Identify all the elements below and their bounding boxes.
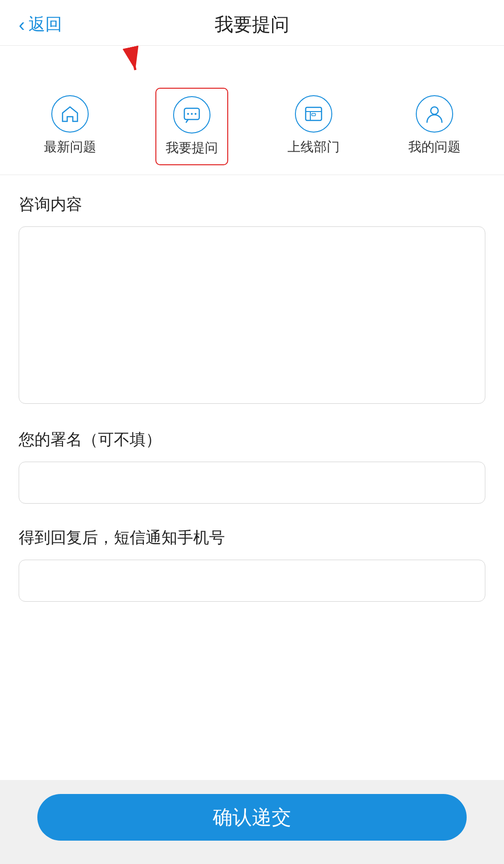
svg-point-10 <box>431 107 438 114</box>
name-section: 您的署名（可不填） <box>19 429 485 504</box>
home-icon <box>51 95 89 133</box>
tab-ask[interactable]: 我要提问 <box>155 88 228 165</box>
content-section: 咨询内容 <box>19 194 485 406</box>
svg-point-5 <box>195 113 196 115</box>
tab-latest[interactable]: 最新问题 <box>35 88 105 165</box>
tab-ask-label: 我要提问 <box>166 139 218 157</box>
name-label: 您的署名（可不填） <box>19 429 485 450</box>
page-title: 我要提问 <box>215 12 289 37</box>
back-label: 返回 <box>28 13 62 36</box>
svg-rect-6 <box>306 107 322 120</box>
user-icon <box>416 95 453 133</box>
content-textarea[interactable] <box>19 226 485 404</box>
arrow-indicator-icon <box>121 46 149 74</box>
tab-myq[interactable]: 我的问题 <box>399 88 470 165</box>
phone-section: 得到回复后，短信通知手机号 <box>19 527 485 602</box>
svg-point-4 <box>191 113 193 115</box>
chat-icon <box>173 96 210 133</box>
svg-point-3 <box>187 113 189 115</box>
nav-tabs: 最新问题 我要提问 上线部门 <box>0 74 504 175</box>
tab-dept-label: 上线部门 <box>287 138 340 156</box>
tab-dept[interactable]: 上线部门 <box>278 88 349 165</box>
tab-myq-label: 我的问题 <box>408 138 461 156</box>
phone-label: 得到回复后，短信通知手机号 <box>19 527 485 548</box>
svg-line-1 <box>131 48 135 70</box>
name-input[interactable] <box>19 462 485 504</box>
content-label: 咨询内容 <box>19 194 485 215</box>
dept-icon <box>295 95 332 133</box>
footer: 确认递交 <box>0 780 504 864</box>
phone-input[interactable] <box>19 560 485 602</box>
tab-latest-label: 最新问题 <box>44 138 96 156</box>
submit-button[interactable]: 确认递交 <box>37 794 467 841</box>
svg-rect-9 <box>312 113 315 116</box>
back-button[interactable]: ‹ 返回 <box>19 13 62 36</box>
main-form: 咨询内容 您的署名（可不填） 得到回复后，短信通知手机号 <box>0 175 504 864</box>
back-chevron-icon: ‹ <box>19 15 25 34</box>
header: ‹ 返回 我要提问 <box>0 0 504 46</box>
